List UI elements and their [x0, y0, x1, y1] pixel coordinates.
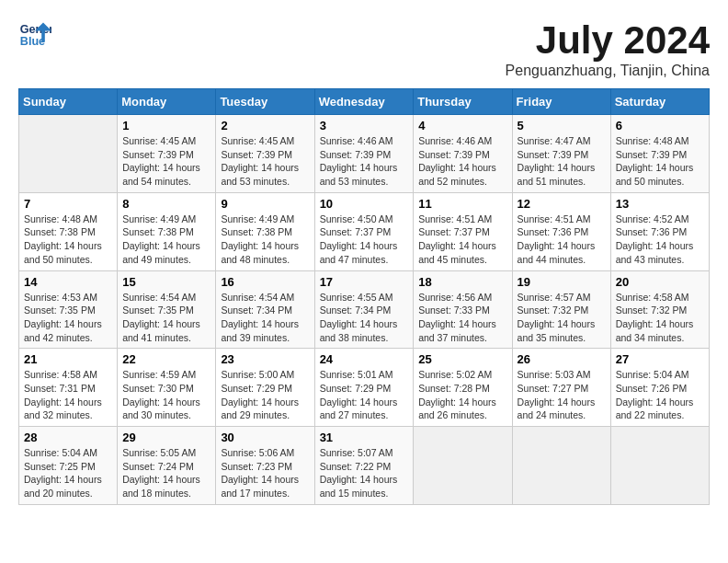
day-number: 31	[320, 431, 409, 444]
day-info: Sunrise: 4:45 AMSunset: 7:39 PMDaylight:…	[221, 134, 309, 189]
day-info: Sunrise: 4:51 AMSunset: 7:37 PMDaylight:…	[418, 213, 506, 267]
day-info: Sunrise: 4:46 AMSunset: 7:39 PMDaylight:…	[418, 134, 506, 189]
day-number: 4	[418, 119, 506, 132]
calendar-week-row: 7Sunrise: 4:48 AMSunset: 7:38 PMDaylight…	[19, 192, 710, 270]
day-info: Sunrise: 5:06 AMSunset: 7:23 PMDaylight:…	[221, 446, 309, 500]
weekday-header: Sunday	[19, 89, 118, 115]
calendar-week-row: 14Sunrise: 4:53 AMSunset: 7:35 PMDayligh…	[19, 270, 710, 349]
day-info: Sunrise: 4:45 AMSunset: 7:39 PMDaylight:…	[122, 134, 210, 189]
calendar-table: SundayMondayTuesdayWednesdayThursdayFrid…	[18, 88, 710, 505]
calendar-cell: 14Sunrise: 4:53 AMSunset: 7:35 PMDayligh…	[19, 270, 118, 349]
day-info: Sunrise: 4:48 AMSunset: 7:38 PMDaylight:…	[24, 213, 112, 267]
day-number: 6	[616, 119, 704, 132]
calendar-cell: 7Sunrise: 4:48 AMSunset: 7:38 PMDaylight…	[19, 192, 118, 270]
day-number: 5	[518, 119, 606, 132]
calendar-cell	[512, 427, 610, 505]
day-info: Sunrise: 5:00 AMSunset: 7:29 PMDaylight:…	[221, 368, 309, 422]
day-number: 22	[122, 352, 210, 366]
day-number: 12	[518, 197, 606, 211]
day-info: Sunrise: 4:54 AMSunset: 7:34 PMDaylight:…	[221, 291, 309, 345]
day-info: Sunrise: 4:57 AMSunset: 7:32 PMDaylight:…	[518, 291, 606, 345]
calendar-cell: 22Sunrise: 4:59 AMSunset: 7:30 PMDayligh…	[118, 349, 216, 427]
day-info: Sunrise: 4:49 AMSunset: 7:38 PMDaylight:…	[221, 213, 309, 267]
day-number: 15	[122, 275, 210, 289]
day-number: 11	[418, 197, 506, 211]
location: Penguanzhuang, Tianjin, China	[506, 63, 710, 79]
weekday-header: Friday	[512, 89, 610, 115]
calendar-cell: 21Sunrise: 4:58 AMSunset: 7:31 PMDayligh…	[19, 349, 118, 427]
day-number: 17	[320, 275, 409, 289]
day-number: 18	[418, 275, 506, 289]
calendar-cell	[414, 427, 512, 505]
day-info: Sunrise: 5:04 AMSunset: 7:26 PMDaylight:…	[616, 368, 704, 422]
calendar-cell: 20Sunrise: 4:58 AMSunset: 7:32 PMDayligh…	[610, 270, 709, 349]
day-info: Sunrise: 5:07 AMSunset: 7:22 PMDaylight:…	[320, 446, 409, 500]
calendar-cell: 26Sunrise: 5:03 AMSunset: 7:27 PMDayligh…	[512, 349, 610, 427]
calendar-cell: 1Sunrise: 4:45 AMSunset: 7:39 PMDaylight…	[118, 115, 216, 193]
calendar-cell: 8Sunrise: 4:49 AMSunset: 7:38 PMDaylight…	[118, 192, 216, 270]
day-info: Sunrise: 4:52 AMSunset: 7:36 PMDaylight:…	[616, 213, 704, 267]
calendar-cell: 29Sunrise: 5:05 AMSunset: 7:24 PMDayligh…	[118, 427, 216, 505]
calendar-cell: 23Sunrise: 5:00 AMSunset: 7:29 PMDayligh…	[216, 349, 314, 427]
weekday-row: SundayMondayTuesdayWednesdayThursdayFrid…	[19, 89, 710, 115]
day-number: 7	[24, 197, 112, 211]
day-info: Sunrise: 5:01 AMSunset: 7:29 PMDaylight:…	[320, 368, 409, 422]
calendar-week-row: 21Sunrise: 4:58 AMSunset: 7:31 PMDayligh…	[19, 349, 710, 427]
day-number: 13	[616, 197, 704, 211]
calendar-cell: 17Sunrise: 4:55 AMSunset: 7:34 PMDayligh…	[314, 270, 414, 349]
day-info: Sunrise: 4:49 AMSunset: 7:38 PMDaylight:…	[122, 213, 210, 267]
calendar-cell: 19Sunrise: 4:57 AMSunset: 7:32 PMDayligh…	[512, 270, 610, 349]
day-info: Sunrise: 5:05 AMSunset: 7:24 PMDaylight:…	[122, 446, 210, 500]
logo-icon: General Blue	[18, 18, 51, 52]
calendar-cell: 9Sunrise: 4:49 AMSunset: 7:38 PMDaylight…	[216, 192, 314, 270]
day-info: Sunrise: 4:58 AMSunset: 7:31 PMDaylight:…	[24, 368, 112, 422]
weekday-header: Thursday	[414, 89, 512, 115]
day-info: Sunrise: 5:02 AMSunset: 7:28 PMDaylight:…	[418, 368, 506, 422]
day-number: 2	[221, 119, 309, 132]
day-number: 1	[122, 119, 210, 132]
calendar-cell: 10Sunrise: 4:50 AMSunset: 7:37 PMDayligh…	[314, 192, 414, 270]
calendar-cell: 3Sunrise: 4:46 AMSunset: 7:39 PMDaylight…	[314, 115, 414, 193]
day-number: 16	[221, 275, 309, 289]
day-number: 19	[518, 275, 606, 289]
calendar-header: SundayMondayTuesdayWednesdayThursdayFrid…	[19, 89, 710, 115]
weekday-header: Wednesday	[314, 89, 414, 115]
day-number: 20	[616, 275, 704, 289]
calendar-cell	[610, 427, 709, 505]
calendar-cell: 24Sunrise: 5:01 AMSunset: 7:29 PMDayligh…	[314, 349, 414, 427]
month-title: July 2024	[506, 18, 710, 63]
day-info: Sunrise: 4:53 AMSunset: 7:35 PMDaylight:…	[24, 291, 112, 345]
day-number: 21	[24, 352, 112, 366]
logo: General Blue	[18, 18, 51, 52]
day-number: 8	[122, 197, 210, 211]
day-info: Sunrise: 4:58 AMSunset: 7:32 PMDaylight:…	[616, 291, 704, 345]
calendar-cell: 15Sunrise: 4:54 AMSunset: 7:35 PMDayligh…	[118, 270, 216, 349]
svg-text:Blue: Blue	[20, 35, 45, 48]
weekday-header: Monday	[118, 89, 216, 115]
calendar-cell: 12Sunrise: 4:51 AMSunset: 7:36 PMDayligh…	[512, 192, 610, 270]
day-number: 3	[320, 119, 409, 132]
day-info: Sunrise: 4:47 AMSunset: 7:39 PMDaylight:…	[518, 134, 606, 189]
title-area: July 2024 Penguanzhuang, Tianjin, China	[506, 18, 710, 79]
day-number: 9	[221, 197, 309, 211]
calendar-body: 1Sunrise: 4:45 AMSunset: 7:39 PMDaylight…	[19, 115, 710, 505]
calendar-cell: 2Sunrise: 4:45 AMSunset: 7:39 PMDaylight…	[216, 115, 314, 193]
day-info: Sunrise: 5:04 AMSunset: 7:25 PMDaylight:…	[24, 446, 112, 500]
day-info: Sunrise: 4:54 AMSunset: 7:35 PMDaylight:…	[122, 291, 210, 345]
day-info: Sunrise: 4:50 AMSunset: 7:37 PMDaylight:…	[320, 213, 409, 267]
day-number: 29	[122, 431, 210, 444]
calendar-week-row: 1Sunrise: 4:45 AMSunset: 7:39 PMDaylight…	[19, 115, 710, 193]
day-number: 28	[24, 431, 112, 444]
day-number: 30	[221, 431, 309, 444]
calendar-week-row: 28Sunrise: 5:04 AMSunset: 7:25 PMDayligh…	[19, 427, 710, 505]
calendar-cell: 25Sunrise: 5:02 AMSunset: 7:28 PMDayligh…	[414, 349, 512, 427]
calendar-cell	[19, 115, 118, 193]
day-number: 24	[320, 352, 409, 366]
calendar-cell: 18Sunrise: 4:56 AMSunset: 7:33 PMDayligh…	[414, 270, 512, 349]
weekday-header: Saturday	[610, 89, 709, 115]
day-number: 10	[320, 197, 409, 211]
day-number: 26	[518, 352, 606, 366]
weekday-header: Tuesday	[216, 89, 314, 115]
calendar-cell: 16Sunrise: 4:54 AMSunset: 7:34 PMDayligh…	[216, 270, 314, 349]
calendar-cell: 27Sunrise: 5:04 AMSunset: 7:26 PMDayligh…	[610, 349, 709, 427]
